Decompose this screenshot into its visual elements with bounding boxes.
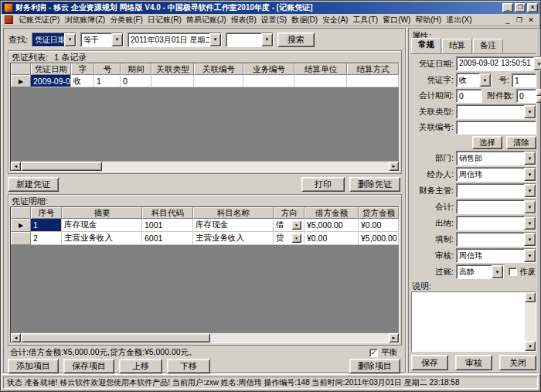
restore-icon[interactable]: ❐ bbox=[515, 3, 526, 12]
row-marker-icon[interactable]: ▶ bbox=[11, 219, 31, 232]
row-selector[interactable] bbox=[11, 232, 31, 245]
chevron-down-icon[interactable]: ▼ bbox=[111, 33, 123, 46]
attachments-input[interactable] bbox=[516, 89, 536, 103]
cell-settle-unit[interactable] bbox=[294, 75, 347, 87]
balance-checkbox[interactable]: ✓ bbox=[369, 349, 378, 357]
accountant-select[interactable]: ▼ bbox=[456, 199, 536, 214]
move-up-button[interactable]: 上移 bbox=[119, 359, 162, 373]
cell-summary[interactable]: 库存现金 bbox=[62, 219, 142, 232]
menu-item-window[interactable]: 窗口(W) bbox=[380, 14, 413, 26]
period-input[interactable] bbox=[456, 89, 482, 103]
chevron-down-icon[interactable]: ▼ bbox=[479, 73, 491, 87]
col-seq[interactable]: 序号 bbox=[31, 207, 62, 219]
cashier-select[interactable]: ▼ bbox=[456, 216, 536, 230]
col-number[interactable]: 号 bbox=[94, 63, 121, 75]
minimize-icon[interactable]: _ bbox=[502, 3, 513, 12]
add-item-button[interactable]: 添加项目 bbox=[8, 359, 59, 373]
audit-button[interactable]: 审核 bbox=[455, 355, 492, 370]
department-select[interactable]: 销售部 ▼ bbox=[456, 151, 536, 165]
menu-item-security[interactable]: 安全(A) bbox=[320, 14, 350, 26]
scroll-up-icon[interactable]: ▲ bbox=[525, 292, 536, 302]
clear-button[interactable]: 清除 bbox=[506, 136, 536, 149]
mdi-minimize-icon[interactable]: _ bbox=[503, 16, 512, 24]
auditor-select[interactable]: 周信玮 ▼ bbox=[456, 248, 536, 263]
detail-row-2[interactable]: 2 主营业务收入 6001 主营业务收入 贷 ▼ ¥0.00 ¥5,000.00 bbox=[11, 232, 399, 245]
col-direction[interactable]: 方向 bbox=[274, 207, 305, 219]
col-business-no[interactable]: 业务编号 bbox=[243, 63, 294, 75]
col-relation-no[interactable]: 关联编号 bbox=[194, 63, 243, 75]
direction-select[interactable]: 借 ▼ bbox=[274, 219, 305, 232]
col-credit[interactable]: 贷方金额 bbox=[359, 207, 399, 219]
mdi-child-icon[interactable] bbox=[5, 15, 13, 24]
search-operator-select[interactable]: 等于 ▼ bbox=[80, 32, 124, 47]
chevron-down-icon[interactable]: ▼ bbox=[524, 168, 536, 181]
cell-account-code[interactable]: 1001 bbox=[142, 219, 193, 232]
title-bar[interactable]: 财务利润 - 移云 企业资源规划 网络版 V4.0 - 中国极寻软件工作室201… bbox=[2, 2, 539, 14]
finance-manager-select[interactable]: ▼ bbox=[456, 183, 536, 198]
save-item-button[interactable]: 保存项目 bbox=[63, 359, 114, 373]
cell-settle-method[interactable] bbox=[347, 75, 399, 87]
chevron-down-icon[interactable]: ▼ bbox=[209, 33, 221, 46]
menu-item-browse-books[interactable]: 浏览账簿(Z) bbox=[62, 14, 107, 26]
menu-item-data[interactable]: 数据(D) bbox=[289, 14, 320, 26]
col-debit[interactable]: 借方金额 bbox=[305, 207, 359, 219]
delete-voucher-button[interactable]: 删除凭证 bbox=[349, 177, 400, 192]
scroll-right-icon[interactable]: ► bbox=[389, 162, 399, 171]
menu-item-reports[interactable]: 报表(B) bbox=[228, 14, 258, 26]
cell-account-name[interactable]: 库存现金 bbox=[193, 219, 274, 232]
voucher-list-hscrollbar[interactable]: ◄ ► bbox=[11, 161, 399, 171]
cell-seq[interactable]: 2 bbox=[31, 232, 62, 245]
cell-period[interactable]: 0 bbox=[121, 75, 151, 87]
preparer-select[interactable]: ▼ bbox=[456, 232, 536, 247]
cell-account-name[interactable]: 主营业务收入 bbox=[193, 232, 274, 245]
chevron-down-icon[interactable]: ▼ bbox=[524, 105, 536, 118]
search-field-select[interactable]: 凭证日期 ▼ bbox=[32, 32, 77, 47]
cell-relation-type[interactable] bbox=[151, 75, 194, 87]
chevron-down-icon[interactable]: ▼ bbox=[524, 216, 536, 230]
chevron-down-icon[interactable]: ▼ bbox=[533, 57, 541, 70]
chevron-down-icon[interactable]: ▼ bbox=[291, 233, 301, 243]
chevron-down-icon[interactable]: ▼ bbox=[524, 152, 536, 165]
cell-business-no[interactable] bbox=[243, 75, 294, 87]
direction-select[interactable]: 贷 ▼ bbox=[274, 232, 305, 245]
chevron-down-icon[interactable]: ▼ bbox=[261, 33, 273, 46]
chevron-down-icon[interactable]: ▼ bbox=[524, 249, 536, 262]
search-keyword-select[interactable]: ▼ bbox=[226, 32, 274, 47]
cell-debit[interactable]: ¥5,000.00 bbox=[305, 219, 359, 232]
menu-item-help[interactable]: 帮助(H) bbox=[413, 14, 444, 26]
menu-item-journal[interactable]: 日记账(R) bbox=[145, 14, 184, 26]
cell-relation-no[interactable] bbox=[194, 75, 243, 87]
cell-debit[interactable]: ¥0.00 bbox=[305, 232, 359, 245]
poster-select[interactable]: 高静 ▼ bbox=[456, 264, 504, 279]
col-voucher-date[interactable]: 凭证日期 bbox=[31, 63, 71, 75]
voucher-word-select[interactable]: 收 ▼ bbox=[456, 73, 492, 87]
col-period[interactable]: 期间 bbox=[121, 63, 151, 75]
voucher-no-input[interactable] bbox=[512, 73, 536, 87]
col-relation-type[interactable]: 关联类型 bbox=[151, 63, 194, 75]
note-vscrollbar[interactable]: ▲ ▼ bbox=[525, 292, 536, 351]
tab-settlement[interactable]: 结算 bbox=[442, 39, 472, 53]
choose-button[interactable]: 选择 bbox=[472, 136, 502, 149]
col-summary[interactable]: 摘要 bbox=[62, 207, 142, 219]
menu-item-exit[interactable]: 退出(X) bbox=[444, 14, 474, 26]
tab-general[interactable]: 常规 bbox=[411, 38, 441, 53]
menu-item-easy-bookkeeping[interactable]: 简易记账(J) bbox=[184, 14, 229, 26]
chevron-down-icon[interactable]: ▼ bbox=[524, 184, 536, 197]
void-checkbox[interactable] bbox=[509, 268, 517, 276]
print-button[interactable]: 打印 bbox=[301, 177, 345, 192]
tab-remarks[interactable]: 备注 bbox=[473, 39, 503, 53]
col-account-code[interactable]: 科目代码 bbox=[142, 207, 193, 219]
delete-item-button[interactable]: 删除项目 bbox=[349, 359, 400, 373]
scroll-right-icon[interactable]: ► bbox=[389, 333, 399, 343]
close-button[interactable]: 关闭 bbox=[499, 355, 536, 370]
chevron-down-icon[interactable]: ▼ bbox=[64, 33, 76, 46]
col-word[interactable]: 字 bbox=[71, 63, 94, 75]
menu-item-vouchers[interactable]: 记账凭证(P) bbox=[16, 14, 62, 26]
voucher-detail-hscrollbar[interactable]: ◄ ► bbox=[11, 332, 399, 343]
cell-account-code[interactable]: 6001 bbox=[142, 232, 193, 245]
cell-summary[interactable]: 主营业务收入 bbox=[62, 232, 142, 245]
scroll-left-icon[interactable]: ◄ bbox=[11, 162, 21, 171]
cell-voucher-date[interactable]: 2009-09-02 bbox=[31, 75, 71, 87]
new-voucher-button[interactable]: 新建凭证 bbox=[8, 177, 59, 192]
search-date-select[interactable]: 2011年03月01日 星期二 ▼ bbox=[128, 32, 222, 47]
